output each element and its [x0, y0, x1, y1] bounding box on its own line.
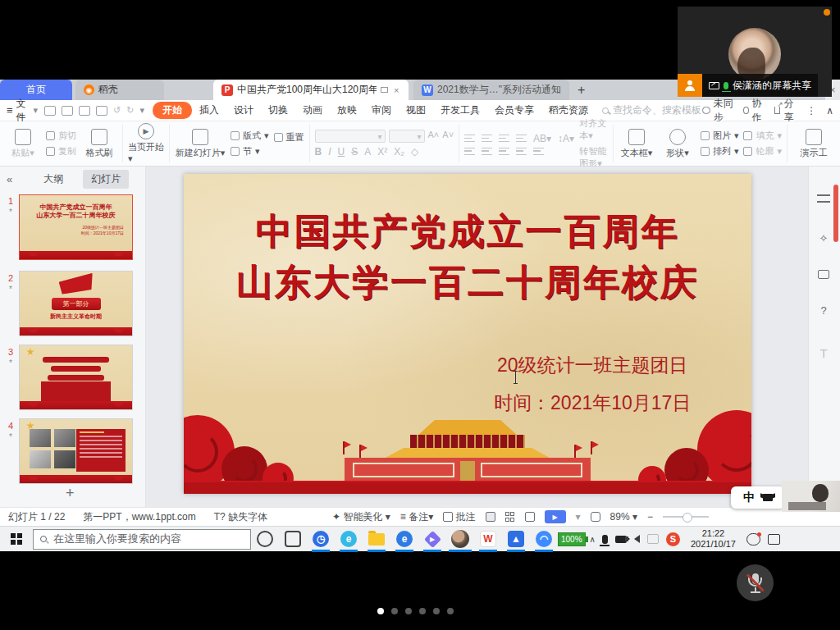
page-dot-6[interactable]: [447, 608, 454, 614]
menu-item-稻壳资源[interactable]: 稻壳资源: [541, 102, 596, 119]
paste-button[interactable]: 粘贴▾: [5, 129, 41, 159]
meeting-video-tile-small[interactable]: [782, 481, 840, 512]
beautify-star-icon[interactable]: ✧: [816, 231, 831, 245]
tab-docer[interactable]: ◉ 稻壳: [75, 80, 164, 100]
notification-center-icon[interactable]: [768, 534, 780, 545]
undo-icon[interactable]: ↺: [113, 105, 121, 116]
collapse-panel-icon[interactable]: «: [7, 173, 12, 185]
menu-item-开始[interactable]: 开始: [153, 102, 192, 119]
sync-status[interactable]: 未同步: [702, 97, 733, 125]
menu-item-开发工具[interactable]: 开发工具: [433, 102, 487, 119]
cut-button[interactable]: 剪切: [46, 130, 76, 142]
indent-decrease-icon[interactable]: [499, 135, 509, 142]
slide-canvas[interactable]: 中国共产党成立一百周年 山东大学一百二十周年校庆 20级统计一班主题团日 时间：…: [184, 174, 751, 494]
indent-increase-icon[interactable]: [516, 135, 527, 142]
task-view-button[interactable]: [279, 527, 307, 552]
app-icon-edge[interactable]: e: [390, 527, 418, 552]
line-spacing-button[interactable]: ↕A▾: [558, 133, 574, 144]
slide-subtitle-2[interactable]: 时间：2021年10月17日: [445, 390, 740, 416]
number-list-icon[interactable]: [482, 135, 492, 142]
menu-item-审阅[interactable]: 审阅: [364, 102, 399, 119]
vertical-scrollbar-thumb[interactable]: [833, 185, 838, 242]
add-slide-button[interactable]: +: [66, 485, 75, 502]
file-menu[interactable]: 文件 ▾: [16, 97, 38, 125]
reset-button[interactable]: 重置: [274, 131, 304, 144]
help-icon[interactable]: ?: [816, 303, 831, 317]
slide-subtitle-1[interactable]: 20级统计一班主题团日: [445, 353, 740, 378]
font-color-button[interactable]: A: [364, 146, 371, 158]
preview-icon[interactable]: [96, 106, 107, 116]
tray-speaker-icon[interactable]: [634, 535, 640, 543]
slideshow-play-button[interactable]: ▶: [545, 510, 566, 523]
save-icon[interactable]: [44, 106, 56, 116]
picture-button[interactable]: 图片▾: [701, 130, 739, 142]
output-icon[interactable]: [62, 106, 73, 116]
app-icon-ie[interactable]: e: [335, 527, 363, 552]
bold-button[interactable]: B: [315, 146, 322, 158]
tab-slides[interactable]: 幻灯片: [83, 170, 129, 189]
page-dot-5[interactable]: [433, 608, 440, 614]
page-dot-3[interactable]: [405, 608, 412, 614]
taskbar-search-box[interactable]: 在这里输入你要搜索的内容: [33, 529, 251, 550]
tab-document-active[interactable]: P 中国共产党100周年山大120周年 ×: [213, 80, 409, 100]
meeting-video-tile[interactable]: 侯潇涵的屏幕共享: [678, 7, 832, 97]
play-from-current-button[interactable]: ▶ 当页开始▾: [128, 123, 164, 164]
text-direction-button[interactable]: AB▾: [533, 133, 551, 144]
layout-button[interactable]: 版式▾: [231, 130, 269, 142]
tray-ime-icon[interactable]: [647, 534, 659, 544]
strikethrough-button[interactable]: S: [351, 146, 358, 158]
comments-button[interactable]: 批注: [443, 510, 475, 524]
normal-view-icon[interactable]: [486, 512, 495, 522]
app-icon-file-explorer[interactable]: [363, 527, 390, 552]
distribute-icon[interactable]: [533, 148, 544, 155]
tab-outline[interactable]: 大纲: [35, 170, 71, 189]
justify-icon[interactable]: [516, 148, 527, 155]
meeting-mute-button[interactable]: [737, 564, 774, 601]
print-icon[interactable]: [79, 106, 90, 116]
format-painter-button[interactable]: 格式刷: [81, 129, 117, 159]
quickbar-more-icon[interactable]: ▾: [139, 105, 144, 116]
menu-item-会员专享[interactable]: 会员专享: [487, 102, 541, 119]
fill-button[interactable]: 填充▾: [743, 130, 782, 142]
close-tab-icon[interactable]: ×: [394, 85, 399, 95]
switch-window-icon[interactable]: [816, 267, 831, 281]
tray-sogou-icon[interactable]: S: [666, 532, 680, 546]
menu-item-插入[interactable]: 插入: [192, 102, 226, 119]
align-text-button[interactable]: 对齐文本▾: [579, 117, 608, 142]
redo-icon[interactable]: ↻: [126, 105, 134, 116]
cortana-button[interactable]: [251, 527, 279, 552]
missing-font-warning[interactable]: T? 缺失字体: [214, 510, 267, 524]
taskbar-clock[interactable]: 21:22 2021/10/17: [691, 528, 736, 550]
text-tool-icon[interactable]: T: [816, 345, 831, 360]
menu-item-放映[interactable]: 放映: [330, 102, 364, 119]
section-button[interactable]: 节▾: [231, 145, 269, 158]
slide-2-thumbnail[interactable]: 第一部分 新民主主义革命时期: [19, 271, 133, 336]
slide-1-thumbnail[interactable]: 中国共产党成立一百周年山东大学一百二十周年校庆 20级统计一班主题团日时间：20…: [19, 194, 133, 260]
align-left-icon[interactable]: [464, 148, 475, 155]
slide-title[interactable]: 中国共产党成立一百周年 山东大学一百二十周年校庆: [184, 207, 751, 308]
zoom-slider[interactable]: [663, 516, 709, 518]
shapes-button[interactable]: 形状▾: [660, 129, 696, 159]
properties-icon[interactable]: [816, 191, 831, 206]
subscript-button[interactable]: X₂: [394, 146, 404, 158]
italic-button[interactable]: I: [328, 146, 331, 158]
font-size-combo[interactable]: ▾: [389, 130, 425, 143]
font-decrease-button[interactable]: A˅: [442, 130, 454, 143]
tab-restore-icon[interactable]: [381, 87, 388, 93]
command-search[interactable]: 查找命令、搜索模板: [602, 103, 702, 117]
app-icon-qq-browser[interactable]: ◠: [530, 527, 558, 552]
tray-expand-icon[interactable]: ∧: [590, 535, 596, 544]
collapse-ribbon-icon[interactable]: ∧: [826, 105, 833, 116]
fit-slide-icon[interactable]: [591, 512, 600, 522]
share-button[interactable]: 分享: [774, 97, 797, 125]
notes-button[interactable]: ≡ 备注▾: [400, 510, 433, 524]
meeting-page-dots[interactable]: [377, 608, 454, 614]
arrange-button[interactable]: 排列▾: [701, 145, 739, 158]
hamburger-icon[interactable]: ≡: [7, 104, 13, 116]
zoom-level[interactable]: 89% ▾: [610, 511, 637, 523]
align-right-icon[interactable]: [499, 148, 509, 155]
new-slide-button[interactable]: 新建幻灯片▾: [175, 129, 226, 159]
clear-format-button[interactable]: ◇: [411, 146, 418, 158]
app-icon-wps[interactable]: W: [474, 527, 502, 552]
zoom-out-button[interactable]: −: [647, 511, 653, 523]
